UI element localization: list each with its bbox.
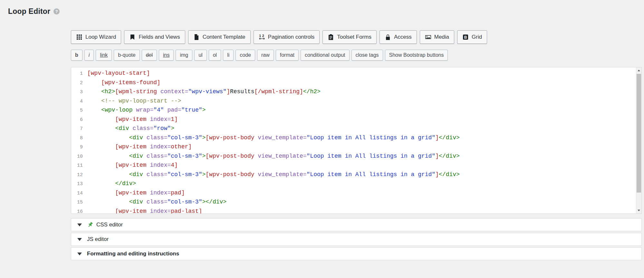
code-line[interactable]: 11 [wpv-item index=4] [71,161,641,170]
section-label: Formatting and editing instructions [87,251,179,257]
code-line[interactable]: 7 <div class="row"> [71,124,641,134]
line-number: 8 [71,134,83,143]
code-line[interactable]: 12 <div class="col-sm-3">[wpv-post-body … [71,170,641,180]
code-token: index= [150,162,171,168]
code-token: context= [160,88,188,95]
toolbar-button-media[interactable]: Media [420,30,454,44]
quicktag-button-i[interactable]: i [84,50,94,61]
code-line[interactable]: 5 <wpv-loop wrap="4" pad="true"> [71,106,641,115]
code-line[interactable]: 15 <div class="col-sm-3"></div> [71,198,641,207]
code-line[interactable]: 1[wpv-layout-start] [71,69,641,78]
toolbar-button-content-template[interactable]: Content Template [188,30,251,44]
editor-scrollbar[interactable] [636,67,641,213]
scroll-down-button[interactable] [636,207,641,213]
section-formatting-and-editing-instructions[interactable]: Formatting and editing instructions [71,247,642,260]
svg-text:B: B [464,35,467,40]
quicktag-button-show-bootstrap-buttons[interactable]: Show Bootstrap buttons [385,50,448,61]
toolset-forms-icon [328,34,334,40]
toolbar-button-fields-and-views[interactable]: Fields and Views [124,30,185,44]
code-token: "4" [153,107,164,113]
code-token: "row" [153,125,171,132]
code-token: Results [230,88,255,95]
line-number: 5 [71,106,83,115]
quicktag-button-close-tags[interactable]: close tags [351,50,383,61]
quicktag-button-img[interactable]: img [176,50,192,61]
page-header: Loop Editor ? [8,7,60,16]
quicktag-button-ul[interactable]: ul [194,50,207,61]
scroll-down-arrow-icon [638,210,640,211]
code-line[interactable]: 10 <div class="col-sm-3">[wpv-post-body … [71,152,641,161]
code-token: [wpml-string [115,88,160,95]
quicktag-button-conditional-output[interactable]: conditional output [301,50,349,61]
page-title: Loop Editor [8,7,50,16]
toolbar-button-access[interactable]: Access [380,30,417,44]
code-token: [wpv-item [115,162,150,168]
code-line-text: <div class="col-sm-3">[wpv-post-body vie… [87,170,460,180]
fields-and-views-icon [129,34,136,40]
code-token [87,107,101,113]
line-number: 16 [71,207,83,214]
code-token: [wpv-items-found] [101,79,160,86]
section-label: CSS editor [96,222,123,228]
code-line[interactable]: 4 <!-- wpv-loop-start --> [71,97,641,106]
code-token: ></div> [202,199,226,205]
code-line[interactable]: 14 [wpv-item index=pad] [71,189,641,198]
collapse-arrow-icon [77,223,82,226]
scroll-up-button[interactable] [636,67,641,74]
quicktag-button-li[interactable]: li [223,50,234,61]
code-line-text: [wpv-item index=1] [87,115,178,124]
content-template-icon [193,34,200,40]
code-token [87,171,129,178]
quicktag-button-b-quote[interactable]: b-quote [114,50,139,61]
line-number: 9 [71,143,83,152]
scrollbar-thumb[interactable] [637,74,641,193]
code-line-text: [wpv-item index=pad] [87,189,185,198]
toolbar-button-label: Media [434,34,449,40]
code-token: > [171,125,174,132]
toolbar-button-pagination-controls[interactable]: 12Pagination controls [254,30,320,44]
sections: CSS editorJS editorFormatting and editin… [71,218,642,260]
code-line-text: [wpv-layout-start] [87,69,150,78]
code-editor[interactable]: 1[wpv-layout-start]2 [wpv-items-found]3 … [71,67,642,214]
quicktag-button-del[interactable]: del [142,50,157,61]
code-line[interactable]: 3 <h2>[wpml-string context="wpv-views"]R… [71,87,641,97]
toolbar-button-label: Grid [472,34,482,40]
toolbar-button-toolset-forms[interactable]: Toolset Forms [322,30,377,44]
code-token: [wpv-post-body [206,153,258,159]
code-content: 1[wpv-layout-start]2 [wpv-items-found]3 … [71,67,641,214]
code-line[interactable]: 16 [wpv-item index=pad-last] [71,207,641,214]
code-line[interactable]: 13 </div> [71,179,641,189]
quicktags-toolbar: bilinkb-quotedelinsimgulollicoderawforma… [71,50,642,61]
quicktag-button-ins[interactable]: ins [159,50,174,61]
code-line[interactable]: 2 [wpv-items-found] [71,78,641,88]
code-line-text: <wpv-loop wrap="4" pad="true"> [87,106,206,115]
code-token: > [202,134,206,141]
code-token: 4] [171,162,178,168]
line-number: 6 [71,115,83,124]
pin-icon [87,222,93,228]
code-token: [wpv-item [115,116,150,123]
toolbar-button-grid[interactable]: BGrid [457,30,487,44]
code-line[interactable]: 6 [wpv-item index=1] [71,115,641,124]
quicktag-button-format[interactable]: format [276,50,299,61]
code-token: pad= [167,107,181,113]
quicktag-button-code[interactable]: code [235,50,255,61]
section-js-editor[interactable]: JS editor [71,233,642,246]
section-css-editor[interactable]: CSS editor [71,218,642,231]
quicktag-button-b[interactable]: b [71,50,82,61]
code-token: pad] [171,190,185,196]
help-icon[interactable]: ? [53,8,60,15]
code-token: "wpv-views" [188,88,226,95]
code-token [87,98,101,104]
toolbar-button-loop-wizard[interactable]: Loop Wizard [71,30,121,44]
code-token [164,107,168,113]
quicktag-button-ol[interactable]: ol [209,50,221,61]
toolbar-button-label: Access [394,34,412,40]
code-token: </div> [439,171,460,178]
svg-text:2: 2 [262,34,264,38]
code-line-text: [wpv-items-found] [87,78,160,88]
code-line[interactable]: 9 [wpv-item index=other] [71,143,641,152]
quicktag-button-raw[interactable]: raw [257,50,274,61]
code-line[interactable]: 8 <div class="col-sm-3">[wpv-post-body v… [71,134,641,143]
quicktag-button-link[interactable]: link [96,50,112,61]
